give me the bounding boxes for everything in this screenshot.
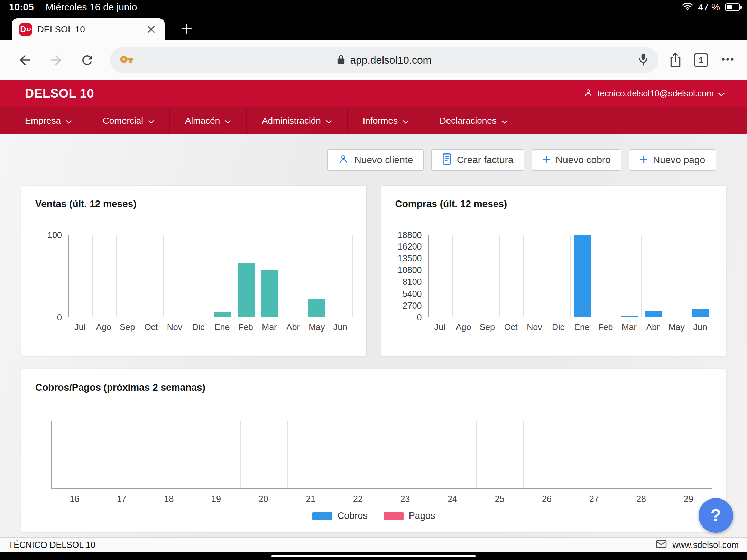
x-axis-label: Nov	[163, 322, 186, 332]
x-axis-label: 16	[51, 494, 98, 504]
gridline	[352, 235, 353, 317]
y-axis-label: 100	[47, 231, 62, 240]
gridline	[452, 235, 453, 317]
gridline	[712, 421, 712, 488]
y-axis-label: 0	[417, 313, 422, 322]
x-axis-label: Feb	[594, 322, 617, 332]
x-axis-label: Jul	[68, 322, 92, 332]
ventas-bar-chart: 0100 JulAgoSepOctNovDicEneFebMarAbrMayJu…	[35, 235, 352, 335]
gridline	[499, 235, 500, 317]
gridline	[146, 421, 146, 488]
reload-button[interactable]	[74, 47, 100, 73]
gridline	[258, 235, 258, 317]
divider	[35, 218, 352, 218]
x-axis: JulAgoSepOctNovDicEneFebMarAbrMayJun	[428, 317, 712, 335]
x-axis-label: Mar	[617, 322, 641, 332]
question-mark-icon: ?	[711, 505, 721, 525]
divider	[35, 402, 712, 402]
y-axis-label: 18800	[398, 231, 422, 240]
x-axis-label: 17	[98, 494, 146, 504]
new-tab-button[interactable]	[179, 21, 194, 36]
x-axis-label: 19	[193, 494, 240, 504]
browser-menu-icon[interactable]	[720, 52, 735, 68]
x-axis-label: Dic	[546, 322, 570, 332]
back-button[interactable]	[12, 47, 38, 73]
gridline	[594, 235, 594, 317]
y-axis-label: 0	[57, 313, 62, 322]
home-strip	[0, 552, 747, 560]
home-indicator[interactable]	[271, 555, 476, 557]
forward-button[interactable]	[43, 47, 69, 73]
y-axis-label: 2700	[403, 301, 422, 310]
gridline	[193, 421, 193, 488]
gridline	[69, 235, 69, 317]
url-bar[interactable]: app.delsol10.com	[110, 47, 658, 73]
gridline	[287, 421, 288, 488]
x-axis: JulAgoSepOctNovDicEneFebMarAbrMayJun	[68, 317, 352, 335]
chart-bar	[645, 311, 662, 317]
new-client-button[interactable]: Nuevo cliente	[327, 149, 424, 171]
chart-bar	[621, 316, 638, 317]
nav-item-almacen[interactable]: Almacén	[170, 107, 247, 134]
help-button[interactable]: ?	[699, 498, 733, 533]
x-axis-label: Abr	[281, 322, 305, 332]
microphone-icon[interactable]	[638, 52, 649, 68]
nav-item-declaraciones[interactable]: Declaraciones	[424, 107, 523, 134]
x-axis-label: Dic	[186, 322, 210, 332]
person-icon	[338, 153, 349, 167]
chevron-down-icon	[148, 115, 154, 126]
person-icon	[583, 88, 593, 100]
gridline	[92, 235, 93, 317]
nav-item-comercial[interactable]: Comercial	[87, 107, 170, 134]
gridline	[641, 235, 642, 317]
chart-title: Ventas (últ. 12 meses)	[35, 198, 352, 210]
x-axis: 1617181920212223242526272829	[51, 489, 712, 507]
chart-bar	[308, 299, 325, 317]
gridline	[140, 235, 140, 317]
envelope-icon[interactable]	[656, 540, 667, 550]
tab-close-icon[interactable]	[145, 24, 157, 35]
x-axis-label: 26	[523, 494, 571, 504]
new-payment-button[interactable]: + Nuevo pago	[629, 149, 716, 171]
tab-switcher-button[interactable]: 1	[694, 53, 708, 67]
gridline	[712, 235, 712, 317]
gridline	[618, 235, 618, 317]
plot-area	[68, 235, 352, 317]
footer-website-link[interactable]: www.sdelsol.com	[672, 540, 739, 550]
chevron-down-icon	[326, 115, 332, 126]
share-icon[interactable]	[669, 51, 682, 69]
plot-area	[51, 421, 712, 489]
password-key-icon[interactable]	[120, 53, 133, 68]
footer-user-label: TÉCNICO DELSOL 10	[8, 540, 95, 550]
x-axis-label: 22	[334, 494, 381, 504]
gridline	[429, 235, 429, 317]
chevron-down-icon	[403, 115, 409, 126]
x-axis-label: Ene	[210, 322, 234, 332]
legend-label: Cobros	[338, 511, 368, 521]
chart-bar	[238, 263, 255, 317]
status-date: Miércoles 16 de junio	[46, 2, 137, 13]
wifi-icon	[682, 2, 693, 13]
chevron-down-icon	[66, 115, 72, 126]
brand-logo: DELSOL 10	[25, 86, 94, 101]
x-axis-label: May	[305, 322, 329, 332]
gridline	[523, 235, 524, 317]
y-axis-label: 13500	[398, 254, 422, 263]
tab-title: DELSOL 10	[37, 24, 140, 35]
new-collection-button[interactable]: + Nuevo cobro	[532, 149, 621, 171]
x-axis-label: 27	[570, 494, 618, 504]
nav-item-administracion[interactable]: Administración	[247, 107, 348, 134]
x-axis-label: 20	[240, 494, 287, 504]
browser-tab[interactable]: D10 DELSOL 10	[12, 18, 165, 40]
url-text: app.delsol10.com	[350, 54, 431, 66]
gridline	[187, 235, 187, 317]
gridline	[689, 235, 689, 317]
gridline	[665, 421, 665, 488]
gridline	[429, 421, 429, 488]
ventas-chart-card: Ventas (últ. 12 meses) 0100 JulAgoSepOct…	[21, 186, 366, 356]
main-nav: Empresa Comercial Almacén Administración…	[0, 107, 747, 134]
nav-item-empresa[interactable]: Empresa	[0, 107, 87, 134]
user-account-menu[interactable]: tecnico.delsol10@sdelsol.com	[583, 88, 725, 100]
nav-item-informes[interactable]: Informes	[348, 107, 424, 134]
create-invoice-button[interactable]: Crear factura	[431, 149, 524, 171]
